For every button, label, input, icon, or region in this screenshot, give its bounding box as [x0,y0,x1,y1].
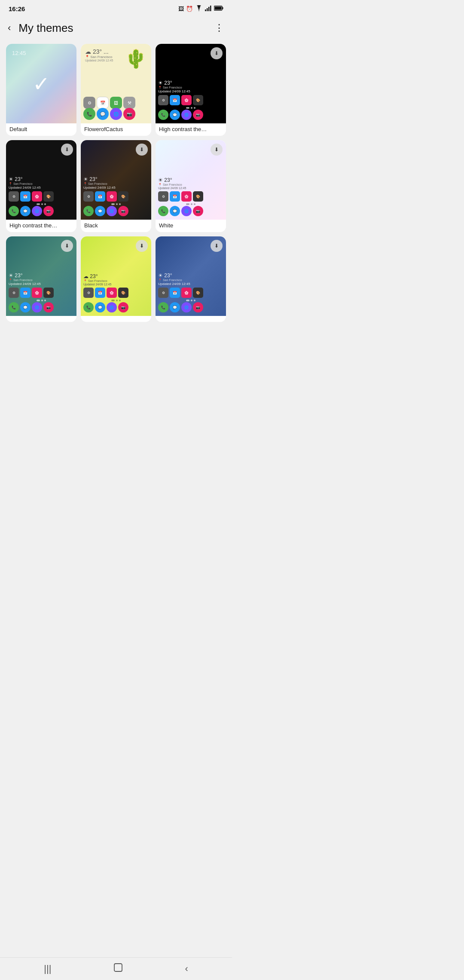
status-icons: 🖼 ⏰ [178,5,223,12]
teal-settings: ⚙ [9,288,19,298]
yellow-gallery: 🌸 [107,288,117,298]
white-dots [158,203,223,205]
white-weather: ☀ 23° 📍 San Francisco Updated 24/09 12:4… [158,177,223,190]
theme-card-hc-black[interactable]: ⬇ ☀ 23° 📍 San Francisco Updated 24/09 12… [156,44,226,136]
status-bar: 16:26 🖼 ⏰ [0,0,232,15]
cactus-settings-icon: ⚙ [83,97,95,109]
dark-browser: 🌐 [32,206,42,216]
black-weather: ☀ 23° 📍 San Francisco Updated 24/09 12:4… [83,176,149,190]
download-badge-yellow: ⬇ [136,240,148,252]
theme-thumbnail-white: ⬇ ☀ 23° 📍 San Francisco Updated 24/09 12… [156,140,226,220]
blue-dots [158,300,223,301]
svg-rect-2 [208,7,210,11]
white-app-row-2: 📞 💬 🌐 📷 [158,206,223,216]
cactus-app-row-2: 📞 💬 🌐 📷 [83,108,149,121]
back-button[interactable]: ‹ [4,20,14,36]
black-app-row-2: 📞 💬 🌐 📷 [83,206,149,216]
white-calendar: 📅 [170,191,180,202]
black-gallery: 🌸 [107,191,117,202]
theme-card-blue[interactable]: ⬇ ☀ 23° 📍 San Francisco Updated 24/09 12… [156,236,226,322]
black-cam: 📷 [118,206,128,216]
black-msg: 💬 [95,206,105,216]
dark-tools: 🎨 [43,191,54,202]
white-phone: 📞 [158,206,168,216]
cactus-weather-widget: ☁ 23° ... 📍 San Francisco Updated 24/09 … [85,48,113,62]
blue-msg: 💬 [170,302,180,312]
status-time: 16:26 [9,5,25,12]
dark-calendar: 📅 [20,191,31,202]
blue-app-row-2: 📞 💬 🌐 📷 [158,302,223,312]
white-settings: ⚙ [158,191,168,202]
teal-app-row-2: 📞 💬 🌐 📷 [9,302,74,312]
header: ‹ My themes ⋮ [0,15,232,40]
yellow-phone: 📞 [83,302,94,312]
page-title: My themes [18,21,73,35]
black-settings: ⚙ [83,191,94,202]
white-tools: 🎨 [193,191,203,202]
theme-thumbnail-cactus: ☁ 23° ... 📍 San Francisco Updated 24/09 … [81,44,151,123]
white-cam: 📷 [193,206,203,216]
yellow-app-row-1: ⚙ 📅 🌸 🎨 [83,288,149,298]
svg-rect-6 [215,6,222,9]
theme-card-black[interactable]: ⬇ ☀ 23° 📍 San Francisco Updated 24/09 12… [81,140,151,232]
teal-phone: 📞 [9,302,19,312]
theme-card-white[interactable]: ⬇ ☀ 23° 📍 San Francisco Updated 24/09 12… [156,140,226,232]
dark-black-weather: ☀ 23° 📍 San Francisco Updated 24/09 12:4… [9,176,74,190]
wifi-icon [195,5,203,12]
black-dots [83,203,149,205]
alarm-icon: ⏰ [186,6,193,12]
white-browser: 🌐 [181,206,192,216]
cactus-art-icon: 🌵 [125,48,147,69]
svg-rect-5 [223,7,223,9]
white-msg: 💬 [170,206,180,216]
blue-cam: 📷 [193,302,203,312]
theme-thumbnail-blue: ⬇ ☀ 23° 📍 San Francisco Updated 24/09 12… [156,236,226,316]
theme-label-hc-black: High contrast the… [156,123,226,136]
yellow-settings: ⚙ [83,288,94,298]
hc-phone: 📞 [158,110,168,120]
download-badge-hc-black: ⬇ [211,47,223,59]
teal-cam: 📷 [43,302,54,312]
yellow-dots [83,300,149,301]
yellow-cam: 📷 [118,302,128,312]
hc-cam: 📷 [193,110,203,120]
theme-label-yellow [81,316,151,322]
dark-dots [9,203,74,205]
svg-rect-0 [205,9,206,11]
hc-black-weather: ☀ 23° 📍 San Francisco Updated 24/09 12:4… [158,80,223,93]
theme-card-yellow[interactable]: ⬇ ☁ 23° 📍 San Francisco Updated 24/09 12… [81,236,151,322]
hc-browser: 🌐 [181,110,192,120]
hc-black-dots [158,107,223,109]
blue-weather: ☀ 23° 📍 San Francisco Updated 24/09 12:4… [158,273,223,286]
blue-app-row-1: ⚙ 📅 🌸 🎨 [158,288,223,298]
dark-cam: 📷 [43,206,54,216]
download-badge-black: ⬇ [136,144,148,156]
theme-label-blue [156,316,226,322]
teal-calendar: 📅 [20,288,31,298]
theme-label-cactus: FlowerofCactus [81,123,151,136]
download-badge-white: ⬇ [211,144,223,156]
teal-gallery: 🌸 [32,288,42,298]
teal-browser: 🌐 [32,302,42,312]
dark-gallery: 🌸 [32,191,42,202]
selected-check-icon: ✓ [33,72,50,96]
yellow-weather: ☁ 23° 📍 San Francisco Updated 24/09 12:4… [83,273,149,286]
teal-msg: 💬 [20,302,31,312]
white-app-row-1: ⚙ 📅 🌸 🎨 [158,191,223,202]
hc-tools: 🎨 [193,95,203,105]
hc-calendar: 📅 [170,95,180,105]
theme-card-default[interactable]: ✓ Default [6,44,76,136]
download-badge-blue: ⬇ [211,240,223,252]
theme-label-black: Black [81,220,151,232]
dark-phone: 📞 [9,206,19,216]
more-options-button[interactable]: ⋮ [214,22,224,34]
blue-gallery: 🌸 [181,288,192,298]
teal-weather: ☀ 23° 📍 San Francisco Updated 24/09 12:4… [9,273,74,286]
hc-settings: ⚙ [158,95,168,105]
black-tools: 🎨 [118,191,128,202]
theme-thumbnail-default: ✓ [6,44,76,123]
blue-calendar: 📅 [170,288,180,298]
theme-card-teal[interactable]: ⬇ ☀ 23° 📍 San Francisco Updated 24/09 12… [6,236,76,322]
theme-card-dark-black[interactable]: ⬇ ☀ 23° 📍 San Francisco Updated 24/09 12… [6,140,76,232]
theme-card-cactus[interactable]: ☁ 23° ... 📍 San Francisco Updated 24/09 … [81,44,151,136]
